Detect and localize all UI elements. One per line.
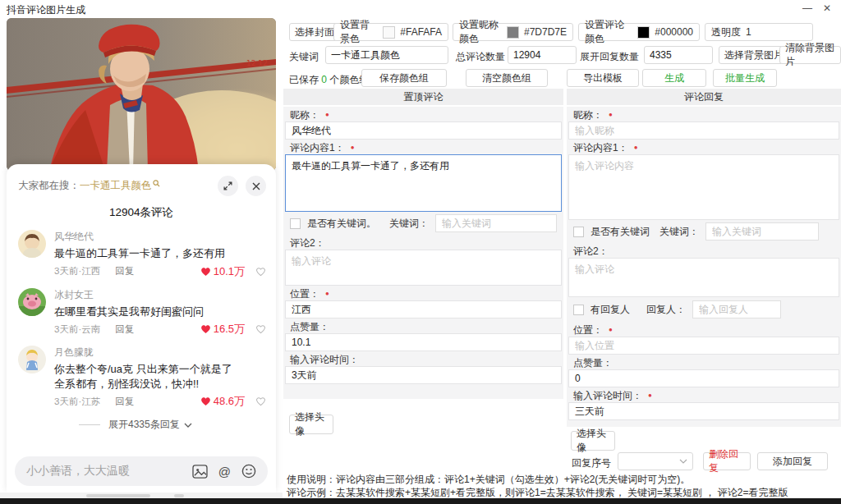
- heart-filled-icon: [200, 396, 211, 406]
- comment-color-swatch[interactable]: [637, 26, 650, 39]
- opacity-label: 透明度: [711, 25, 741, 39]
- close-button[interactable]: ✕: [820, 2, 834, 15]
- reply-has-replyee-label: 有回复人: [591, 303, 630, 317]
- saved-color-groups-text: 已保存 0 个颜色组: [289, 73, 369, 87]
- search-bar[interactable]: 大家都在搜： 一卡通工具颜色: [7, 164, 276, 196]
- total-comments-input[interactable]: [508, 46, 577, 64]
- like-count[interactable]: 48.6万: [200, 394, 245, 409]
- reply-keyword-input[interactable]: [705, 222, 819, 241]
- batch-generate-button[interactable]: 批量生成: [713, 69, 777, 87]
- heart-outline-icon: [255, 267, 266, 277]
- divider: [79, 424, 100, 425]
- comment-text: 在哪里看其实是我帮好闺蜜问问: [54, 305, 240, 319]
- set-background-color-button[interactable]: 设置背景色 #FAFAFA: [333, 23, 448, 41]
- export-template-button[interactable]: 导出模板: [567, 69, 639, 87]
- pinned-keyword-input[interactable]: [435, 214, 557, 232]
- heart-filled-icon: [200, 324, 211, 334]
- pinned-content1-textarea[interactable]: 最牛逼的工具算一卡通了，多还有用: [285, 154, 562, 212]
- keyword-input[interactable]: [325, 46, 448, 64]
- clear-background-image-button[interactable]: 清除背景图片: [779, 46, 841, 64]
- reply-comment2-textarea[interactable]: [568, 258, 839, 297]
- reply-content1-textarea[interactable]: [568, 154, 839, 220]
- heart-outline-button[interactable]: [255, 396, 266, 406]
- add-reply-button[interactable]: 添加回复: [757, 452, 828, 470]
- reply-replyee-label: 回复人：: [646, 303, 686, 317]
- comment-composer[interactable]: 小小善语，大大温暖 @: [15, 456, 268, 486]
- select-cover-button[interactable]: 选择封面: [289, 23, 340, 41]
- nickname-color-swatch[interactable]: [507, 26, 519, 39]
- pinned-nickname-input[interactable]: [285, 121, 562, 140]
- saved-count: 0: [321, 74, 327, 85]
- reply-select-avatar-button[interactable]: 选择头像: [571, 431, 615, 451]
- set-comment-color-button[interactable]: 设置评论颜色 #000000: [578, 23, 700, 41]
- reply-index-select[interactable]: [618, 452, 693, 470]
- pinned-select-avatar-button[interactable]: 选择头像: [289, 415, 333, 434]
- chevron-down-icon: [184, 423, 192, 428]
- expand-panel-button[interactable]: [218, 176, 238, 196]
- emoji-icon[interactable]: [241, 464, 256, 479]
- expand-replies-count-label: 展开回复数量: [580, 50, 639, 64]
- reply-replyee-input[interactable]: [692, 300, 781, 318]
- expand-replies-count-input[interactable]: [644, 46, 713, 64]
- background-color-swatch[interactable]: [383, 26, 395, 39]
- pinned-likes-label: 点赞量：: [290, 320, 329, 334]
- required-dot: ●: [648, 392, 652, 399]
- comment-count: 12904条评论: [7, 205, 276, 220]
- reply-index-label: 回复序号: [572, 456, 611, 470]
- pinned-time-input[interactable]: [285, 366, 562, 384]
- heart-outline-icon: [255, 324, 266, 334]
- clear-color-group-button[interactable]: 清空颜色组: [466, 69, 548, 87]
- like-count[interactable]: 10.1万: [200, 264, 245, 279]
- comment-reply-panel: 昵称：● 评论内容1：● 是否有关键词 关键词： 评论2： 有回复人 回复人： …: [567, 107, 841, 427]
- avatar[interactable]: [18, 346, 46, 373]
- comment-author[interactable]: 风华绝代: [54, 230, 266, 244]
- heart-outline-button[interactable]: [255, 267, 266, 277]
- save-color-group-button[interactable]: 保存颜色组: [361, 69, 447, 87]
- search-keyword[interactable]: 一卡通工具颜色: [80, 179, 152, 193]
- pinned-location-input[interactable]: [285, 300, 562, 318]
- opacity-field[interactable]: 透明度 1: [705, 23, 813, 41]
- pinned-comment-header: 置顶评论: [283, 89, 563, 105]
- reply-has-replyee-checkbox[interactable]: [573, 305, 584, 315]
- like-count[interactable]: 16.5万: [200, 322, 245, 337]
- reply-likes-input[interactable]: [568, 369, 839, 387]
- required-dot: ●: [609, 327, 613, 333]
- keyword-label: 关键词: [289, 50, 319, 64]
- delete-reply-button[interactable]: 删除回复: [703, 452, 751, 470]
- heart-outline-button[interactable]: [255, 324, 266, 334]
- generate-button[interactable]: 生成: [642, 69, 706, 87]
- reply-link[interactable]: 回复: [115, 396, 134, 408]
- set-nickname-color-button[interactable]: 设置昵称颜色 #7D7D7E: [453, 23, 573, 41]
- expand-replies-row[interactable]: 展开4335条回复: [79, 418, 266, 432]
- mention-icon[interactable]: @: [218, 465, 231, 479]
- image-icon[interactable]: [192, 465, 208, 479]
- reply-link[interactable]: 回复: [115, 323, 134, 336]
- minimize-button[interactable]: —: [800, 2, 815, 15]
- nickname-hex: #7D7D7E: [524, 26, 567, 38]
- reply-link[interactable]: 回复: [115, 265, 134, 277]
- opacity-value[interactable]: 1: [746, 26, 751, 38]
- total-comments-label: 总评论数量: [456, 50, 505, 64]
- comment-author[interactable]: 冰封女王: [54, 288, 266, 302]
- set-nickname-label: 设置昵称颜色: [459, 18, 502, 46]
- reply-nickname-input[interactable]: [568, 121, 839, 140]
- flight-attendant-illustration: 12 12: [7, 18, 276, 171]
- pinned-keyword-label: 关键词：: [389, 217, 429, 231]
- search-prefix: 大家都在搜：: [18, 179, 80, 193]
- composer-placeholder: 小小善语，大大温暖: [26, 464, 130, 479]
- reply-has-keyword-checkbox[interactable]: [573, 227, 584, 237]
- pinned-comment2-textarea[interactable]: [285, 250, 562, 286]
- avatar[interactable]: [18, 288, 46, 316]
- pinned-has-keyword-checkbox[interactable]: [290, 218, 301, 229]
- reply-has-keyword-label: 是否有关键词: [591, 225, 650, 239]
- reply-location-input[interactable]: [568, 337, 839, 355]
- comment-author[interactable]: 月色朦胧: [54, 346, 266, 360]
- comment-item: 月色朦胧 你去整个夸/ua克 只出来第一个就是了全系都有，别怪我没说，快冲!! …: [18, 346, 266, 409]
- expand-replies-label[interactable]: 展开4335条回复: [108, 418, 180, 432]
- reply-comment2-label: 评论2：: [573, 245, 609, 259]
- comment-text: 最牛逼的工具算一卡通了，多还有用: [54, 246, 240, 261]
- pinned-likes-input[interactable]: [285, 333, 562, 351]
- close-preview-button[interactable]: [246, 176, 266, 196]
- avatar[interactable]: [18, 230, 46, 258]
- reply-time-input[interactable]: [568, 402, 839, 420]
